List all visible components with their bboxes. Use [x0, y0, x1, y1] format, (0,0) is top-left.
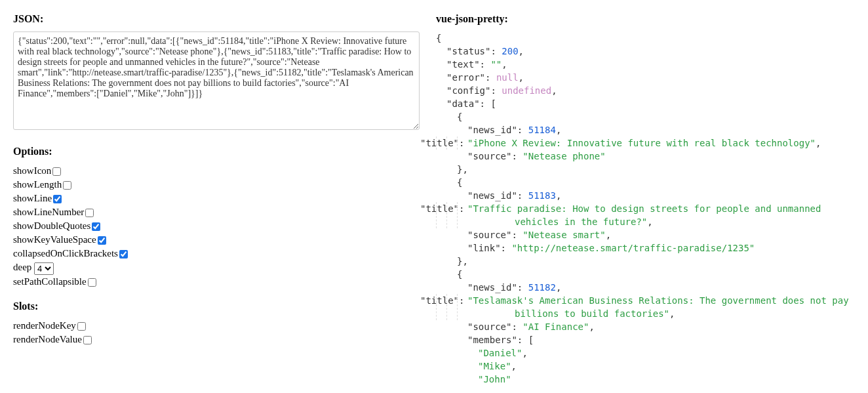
option-showdoublequotes: showDoubleQuotes [13, 219, 423, 233]
showline-checkbox[interactable] [53, 195, 62, 203]
option-label: renderNodeValue [13, 334, 82, 344]
setpathcollapsible-checkbox[interactable] [88, 278, 96, 287]
slots-heading: Slots: [13, 300, 423, 312]
json-viewer[interactable]: {"status": 200,"text": "","error": null,… [436, 31, 855, 386]
showicon-checkbox[interactable] [52, 167, 61, 176]
option-label: deep [13, 262, 31, 272]
options-heading: Options: [13, 146, 423, 157]
showdoublequotes-checkbox[interactable] [92, 222, 100, 231]
option-label: showKeyValueSpace [13, 234, 96, 245]
showlength-checkbox[interactable] [63, 181, 71, 190]
right-panel: vue-json-pretty: {"status": 200,"text": … [436, 13, 855, 386]
option-showlinenumber: showLineNumber [13, 205, 423, 219]
option-showline: showLine [13, 192, 423, 205]
options-section: Options: showIcon showLength showLine sh… [13, 146, 423, 289]
option-label: showLength [13, 179, 62, 190]
option-label: setPathCollapsible [13, 276, 87, 287]
viewer-heading: vue-json-pretty: [436, 13, 855, 25]
option-label: collapsedOnClickBrackets [13, 248, 118, 259]
option-label: showIcon [13, 165, 51, 176]
option-showkeyvaluespace: showKeyValueSpace [13, 233, 423, 247]
rendernodekey-checkbox[interactable] [77, 322, 86, 331]
rendernodevalue-checkbox[interactable] [83, 336, 92, 344]
option-deep: deep 4 [13, 260, 423, 274]
left-panel: JSON: Options: showIcon showLength showL… [13, 13, 436, 386]
option-label: showLine [13, 193, 52, 203]
json-heading: JSON: [13, 13, 423, 25]
option-label: renderNodeKey [13, 320, 76, 331]
option-showicon: showIcon [13, 164, 423, 178]
option-collapsedonclickbrackets: collapsedOnClickBrackets [13, 247, 423, 260]
slot-rendernodevalue: renderNodeValue [13, 333, 423, 346]
slot-rendernodekey: renderNodeKey [13, 319, 423, 333]
collapsedonclickbrackets-checkbox[interactable] [119, 250, 128, 259]
option-setpathcollapsible: setPathCollapsible [13, 275, 423, 289]
showkeyvaluespace-checkbox[interactable] [98, 236, 106, 245]
json-textarea[interactable] [13, 31, 420, 130]
option-label: showLineNumber [13, 207, 84, 217]
option-label: showDoubleQuotes [13, 220, 90, 231]
option-showlength: showLength [13, 178, 423, 192]
deep-select[interactable]: 4 [34, 262, 54, 275]
slots-section: Slots: renderNodeKey renderNodeValue [13, 300, 423, 346]
showlinenumber-checkbox[interactable] [85, 209, 94, 217]
